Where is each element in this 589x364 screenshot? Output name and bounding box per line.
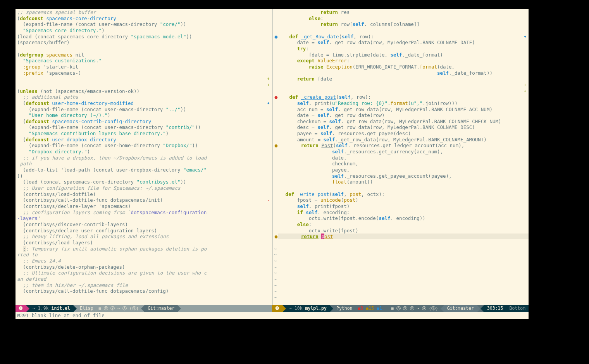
- buffer-size: ~ 10k: [289, 306, 303, 312]
- minibuffer[interactable]: W391 blank line at end of file: [16, 312, 529, 319]
- window-number-icon: ❷: [272, 305, 282, 312]
- window-number-icon: ❶: [16, 305, 26, 312]
- right-buffer[interactable]: return res else: return row[self._column…: [272, 9, 529, 300]
- buffer-filename: init.el: [51, 306, 70, 312]
- flycheck-warnings: ●15: [366, 306, 374, 311]
- buffer-size: ~ 1.9k: [33, 306, 49, 312]
- git-branch: Git:master: [145, 305, 177, 312]
- buffer-id: ~ 1.9k init.el: [29, 305, 73, 312]
- major-mode: Python: [333, 305, 356, 312]
- flycheck-info: ●1: [377, 306, 382, 311]
- major-mode: Elisp: [77, 305, 96, 312]
- editor-frame: ;; spacemacs special buffer(defconst spa…: [16, 9, 529, 319]
- right-modeline[interactable]: ❷ ~ 10k mylpl.py Python ●3 ●15 ●1 ⊞ ⓗ ⓨ …: [272, 305, 529, 312]
- flycheck-indicator[interactable]: ●3 ●15 ●1: [356, 306, 384, 312]
- split-panes: ;; spacemacs special buffer(defconst spa…: [16, 9, 529, 305]
- flycheck-errors: ●3: [358, 306, 363, 311]
- left-buffer[interactable]: ;; spacemacs special buffer(defconst spa…: [16, 9, 272, 294]
- buffer-id: ~ 10k mylpl.py: [286, 305, 330, 312]
- left-pane[interactable]: ;; spacemacs special buffer(defconst spa…: [16, 9, 272, 305]
- minor-modes: ⊞ ⓗ ⓨ Ⓕ ~ Ⓐ (Ⓢ): [389, 306, 440, 312]
- modelines: ❶ ~ 1.9k init.el Elisp ⊞ ⓗ ⓨ ~ Ⓐ (Ⓢ) Git…: [16, 305, 529, 312]
- scroll-position: Bottom: [506, 305, 529, 312]
- git-branch: Git:master: [444, 305, 477, 312]
- cursor-position: 303:15: [484, 305, 506, 312]
- minor-modes: ⊞ ⓗ ⓨ ~ Ⓐ (Ⓢ): [96, 306, 141, 312]
- left-modeline[interactable]: ❶ ~ 1.9k init.el Elisp ⊞ ⓗ ⓨ ~ Ⓐ (Ⓢ) Git…: [16, 305, 272, 312]
- minibuffer-message: W391 blank line at end of file: [17, 312, 105, 319]
- buffer-filename: mylpl.py: [305, 306, 327, 312]
- right-pane[interactable]: return res else: return row[self._column…: [272, 9, 529, 305]
